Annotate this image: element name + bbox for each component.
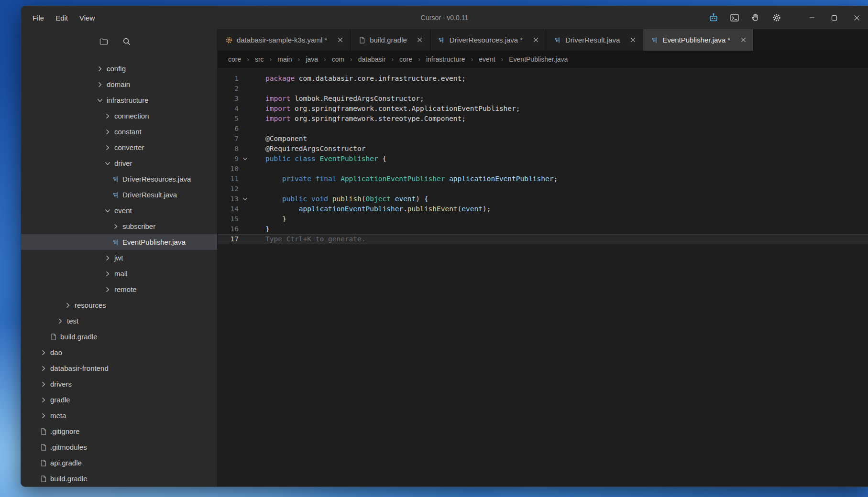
line-number[interactable]: 2 — [218, 84, 239, 94]
tree-item-driverresult-java[interactable]: DriverResult.java — [21, 187, 217, 203]
code-line-15[interactable]: 15 } — [218, 214, 868, 224]
tab-eventpublisher-java[interactable]: EventPublisher.java * — [643, 29, 754, 51]
tree-item-gitmodules[interactable]: .gitmodules — [21, 439, 217, 455]
line-number[interactable]: 13 — [218, 194, 239, 204]
code-line-10[interactable]: 10 — [218, 164, 868, 174]
tree-item-jwt[interactable]: jwt — [21, 250, 217, 266]
tab-close-icon[interactable] — [627, 35, 638, 45]
code-line-8[interactable]: 8@RequiredArgsConstructor — [218, 144, 868, 154]
tab-close-icon[interactable] — [530, 35, 541, 45]
line-number[interactable]: 3 — [218, 94, 239, 104]
tree-item-mail[interactable]: mail — [21, 266, 217, 281]
chevron-right-icon[interactable] — [56, 317, 64, 325]
line-number[interactable]: 1 — [218, 74, 239, 84]
tree-item-event[interactable]: event — [21, 203, 217, 218]
breadcrumb-item-eventpublisher-java[interactable]: EventPublisher.java — [508, 55, 569, 63]
tree-item-resources[interactable]: resources — [21, 297, 217, 313]
folder-icon[interactable] — [99, 37, 109, 46]
chevron-right-icon[interactable] — [96, 65, 104, 73]
breadcrumb-item-databasir[interactable]: databasir — [357, 55, 387, 63]
chevron-down-icon[interactable] — [96, 96, 104, 104]
tree-item-meta[interactable]: meta — [21, 408, 217, 423]
robot-icon[interactable] — [703, 6, 724, 29]
line-number[interactable]: 8 — [218, 144, 239, 154]
chevron-right-icon[interactable] — [103, 128, 111, 136]
code-line-14[interactable]: 14 applicationEventPublisher.publishEven… — [218, 204, 868, 214]
chevron-right-icon[interactable] — [103, 270, 111, 278]
line-number[interactable]: 4 — [218, 104, 239, 114]
tree-item-config[interactable]: config — [21, 61, 217, 76]
tree-item-remote[interactable]: remote — [21, 281, 217, 297]
chevron-right-icon[interactable] — [111, 222, 120, 230]
line-number[interactable]: 9 — [218, 154, 239, 164]
chevron-down-icon[interactable] — [103, 206, 111, 215]
tree-item-databasir-frontend[interactable]: databasir-frontend — [21, 360, 217, 376]
tab-build-gradle[interactable]: build.gradle — [351, 29, 430, 51]
chevron-right-icon[interactable] — [39, 380, 47, 388]
code-line-16[interactable]: 16} — [218, 224, 868, 234]
breadcrumb-item-infrastructure[interactable]: infrastructure — [425, 55, 466, 63]
line-number[interactable]: 6 — [218, 124, 239, 134]
code-line-6[interactable]: 6 — [218, 124, 868, 134]
tree-item-build-gradle[interactable]: build.gradle — [21, 329, 217, 345]
terminal-icon[interactable] — [724, 6, 745, 29]
line-number[interactable]: 16 — [218, 224, 239, 234]
chevron-right-icon[interactable] — [103, 143, 111, 151]
breadcrumb-item-event[interactable]: event — [478, 55, 496, 63]
line-number[interactable]: 15 — [218, 214, 239, 224]
fold-chevron-icon[interactable] — [239, 194, 251, 204]
tab-close-icon[interactable] — [335, 35, 345, 45]
menu-file[interactable]: File — [27, 11, 50, 24]
chevron-right-icon[interactable] — [39, 396, 47, 404]
line-number[interactable]: 12 — [218, 184, 239, 194]
code-line-4[interactable]: 4import org.springframework.context.Appl… — [218, 104, 868, 114]
line-number[interactable]: 14 — [218, 204, 239, 214]
menu-edit[interactable]: Edit — [50, 11, 74, 24]
search-icon[interactable] — [122, 37, 132, 46]
tree-item-converter[interactable]: converter — [21, 140, 217, 155]
tree-item-driverresources-java[interactable]: DriverResources.java — [21, 171, 217, 187]
tab-databasir-sample-k3s-yaml[interactable]: databasir-sample-k3s.yaml * — [218, 29, 351, 51]
chevron-right-icon[interactable] — [103, 112, 111, 120]
maximize-button[interactable] — [823, 6, 846, 29]
code-editor[interactable]: 1package com.databasir.core.infrastructu… — [218, 68, 868, 486]
tab-close-icon[interactable] — [738, 35, 748, 45]
chevron-right-icon[interactable] — [64, 301, 72, 309]
chevron-right-icon[interactable] — [39, 411, 47, 420]
chevron-right-icon[interactable] — [39, 364, 47, 372]
tree-item-api-gradle[interactable]: api.gradle — [21, 455, 217, 471]
gear-icon[interactable] — [766, 6, 787, 29]
breadcrumb-item-java[interactable]: java — [305, 55, 319, 63]
chevron-down-icon[interactable] — [103, 159, 111, 167]
code-line-1[interactable]: 1package com.databasir.core.infrastructu… — [218, 74, 868, 84]
breadcrumb-item-com[interactable]: com — [331, 55, 345, 63]
tree-item-driver[interactable]: driver — [21, 155, 217, 171]
tab-close-icon[interactable] — [415, 35, 425, 45]
code-line-12[interactable]: 12 — [218, 184, 868, 194]
code-line-2[interactable]: 2 — [218, 84, 868, 94]
fold-chevron-icon[interactable] — [239, 154, 251, 164]
tree-item-infrastructure[interactable]: infrastructure — [21, 92, 217, 108]
minimize-button[interactable] — [801, 6, 823, 29]
chevron-right-icon[interactable] — [103, 254, 111, 262]
tree-item-test[interactable]: test — [21, 313, 217, 329]
tree-item-drivers[interactable]: drivers — [21, 376, 217, 392]
menu-view[interactable]: View — [74, 11, 100, 24]
chevron-right-icon[interactable] — [39, 348, 47, 357]
line-number[interactable]: 5 — [218, 114, 239, 124]
tree-item-build-gradle[interactable]: build.gradle — [21, 471, 217, 486]
titlebar[interactable]: FileEditView Cursor - v0.0.11 — [21, 6, 868, 29]
tree-item-gitignore[interactable]: .gitignore — [21, 423, 217, 439]
hand-icon[interactable] — [745, 6, 766, 29]
code-line-13[interactable]: 13 public void publish(Object event) { — [218, 194, 868, 204]
tree-item-dao[interactable]: dao — [21, 345, 217, 360]
tab-driverresources-java[interactable]: DriverResources.java * — [430, 29, 546, 51]
chevron-right-icon[interactable] — [103, 285, 111, 293]
line-number[interactable]: 17 — [218, 234, 239, 244]
line-number[interactable]: 11 — [218, 174, 239, 184]
breadcrumb-item-src[interactable]: src — [254, 55, 265, 63]
tree-item-constant[interactable]: constant — [21, 124, 217, 140]
code-line-3[interactable]: 3import lombok.RequiredArgsConstructor; — [218, 94, 868, 104]
tab-driverresult-java[interactable]: DriverResult.java — [546, 29, 643, 51]
breadcrumb-item-main[interactable]: main — [276, 55, 293, 63]
